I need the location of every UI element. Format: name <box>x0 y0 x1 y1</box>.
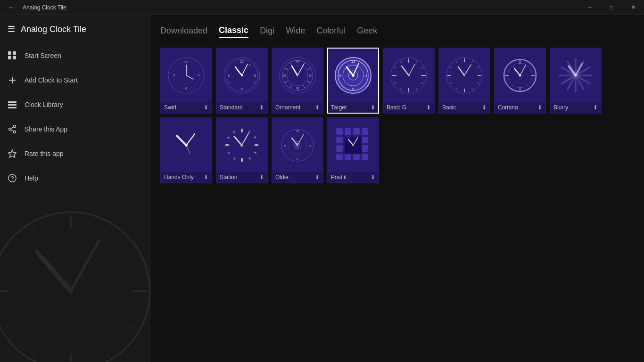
svg-text:III: III <box>309 144 311 147</box>
svg-rect-149 <box>255 144 258 146</box>
close-button[interactable]: ✕ <box>622 0 644 15</box>
titlebar-controls: ─ □ ✕ <box>579 0 644 15</box>
clock-tile-ornament[interactable]: XII III VI IX <box>272 48 323 114</box>
svg-point-97 <box>408 74 410 76</box>
svg-text:VI: VI <box>296 158 299 161</box>
svg-line-27 <box>5 325 12 329</box>
clock-label-row: Hands Only ⬇ <box>161 172 211 182</box>
clock-tile-hands-only[interactable]: Hands Only ⬇ <box>160 117 212 183</box>
svg-text:12: 12 <box>240 60 244 63</box>
titlebar-left: ← Analog Clock Tile <box>0 0 66 15</box>
download-icon[interactable]: ⬇ <box>593 104 598 111</box>
clock-label: Basic G <box>387 104 406 111</box>
sidebar-item-rate[interactable]: Rate this app <box>0 141 151 166</box>
clock-label: Oldie <box>275 174 289 181</box>
clock-label-row: Cortana ⬇ <box>495 102 545 113</box>
clock-face-oldie: XII III VI IX <box>272 118 322 172</box>
svg-line-29 <box>33 225 37 233</box>
download-icon[interactable]: ⬇ <box>204 174 208 181</box>
svg-rect-175 <box>353 128 360 135</box>
tab-downloaded[interactable]: Downloaded <box>160 24 207 38</box>
svg-rect-181 <box>336 154 343 160</box>
clock-tile-station[interactable]: Station ⬇ <box>216 117 268 183</box>
clock-tile-oldie[interactable]: XII III VI IX Oldie ⬇ <box>272 117 323 183</box>
clock-label: Standard <box>220 104 243 111</box>
sidebar-item-share[interactable]: Share this App <box>0 117 151 141</box>
sidebar-item-start-screen[interactable]: Start Screen <box>0 43 151 68</box>
svg-point-52 <box>241 74 243 76</box>
sidebar-item-label: Help <box>25 174 38 182</box>
clock-label-row: Basic ⬇ <box>439 102 489 113</box>
clock-label-row: Target ⬇ <box>328 102 378 113</box>
clock-tile-blurry[interactable]: Blurry ⬇ <box>550 48 602 114</box>
clock-face-hands-only <box>161 118 211 172</box>
back-button[interactable]: ← <box>4 0 19 15</box>
svg-rect-183 <box>353 154 360 160</box>
app-body: ☰ Analog Clock Tile Start Screen <box>0 15 644 362</box>
clock-face-basic <box>439 49 489 102</box>
download-icon[interactable]: ⬇ <box>315 104 320 111</box>
clock-tile-basic-g[interactable]: Basic G ⬇ <box>383 48 435 114</box>
download-icon[interactable]: ⬇ <box>371 104 375 111</box>
tab-wide[interactable]: Wide <box>286 24 305 38</box>
tab-digi[interactable]: Digi <box>260 24 274 38</box>
sidebar-watermark <box>0 206 151 362</box>
share-icon <box>8 124 17 134</box>
star-icon <box>8 149 17 158</box>
sidebar-item-label: Share this App <box>25 125 67 133</box>
svg-text:6: 6 <box>185 87 187 90</box>
download-icon[interactable]: ⬇ <box>371 174 375 181</box>
minimize-button[interactable]: ─ <box>579 0 601 15</box>
svg-rect-179 <box>336 145 343 152</box>
clock-tile-post-it[interactable]: Post it ⬇ <box>327 117 379 183</box>
tab-colorful[interactable]: Colorful <box>316 24 346 38</box>
hamburger-icon[interactable]: ☰ <box>8 24 15 34</box>
clock-label: Cortana <box>498 104 518 111</box>
svg-point-70 <box>297 74 298 76</box>
clock-tile-swirl[interactable]: 12 3 6 9 Swirl ⬇ <box>160 48 212 114</box>
svg-text:9: 9 <box>339 74 341 77</box>
tab-classic[interactable]: Classic <box>219 24 248 38</box>
svg-point-9 <box>14 125 16 128</box>
clock-tile-cortana[interactable]: Cortana ⬇ <box>494 48 546 114</box>
svg-rect-147 <box>241 158 243 162</box>
clock-tile-target[interactable]: 12 3 6 9 Target ⬇ <box>327 48 379 114</box>
sidebar-item-label: Rate this app <box>25 150 64 157</box>
svg-point-17 <box>0 212 150 362</box>
clock-face-ornament: XII III VI IX <box>272 49 322 102</box>
maximize-button[interactable]: □ <box>601 0 622 15</box>
svg-text:IX: IX <box>284 144 287 147</box>
svg-line-12 <box>11 127 14 129</box>
svg-text:12: 12 <box>184 60 188 64</box>
sidebar: ☰ Analog Clock Tile Start Screen <box>0 15 151 362</box>
svg-text:3: 3 <box>365 74 367 77</box>
clock-label-row: Oldie ⬇ <box>272 172 322 182</box>
clock-face-swirl: 12 3 6 9 <box>161 49 211 102</box>
download-icon[interactable]: ⬇ <box>259 174 264 181</box>
bars-icon <box>8 100 17 109</box>
download-icon[interactable]: ⬇ <box>482 104 487 111</box>
download-icon[interactable]: ⬇ <box>426 104 431 111</box>
download-icon[interactable]: ⬇ <box>315 174 320 181</box>
svg-rect-173 <box>336 128 343 135</box>
svg-rect-178 <box>362 137 368 143</box>
svg-text:3: 3 <box>254 74 256 77</box>
clock-label: Swirl <box>164 104 176 111</box>
clock-face-standard: 12 6 3 9 1 5 7 <box>217 49 267 102</box>
sidebar-item-clock-library[interactable]: Clock Library <box>0 92 151 117</box>
download-icon[interactable]: ⬇ <box>537 104 542 111</box>
clock-grid: 12 3 6 9 Swirl ⬇ <box>151 44 644 187</box>
clock-face-cortana <box>495 49 545 102</box>
sidebar-item-label: Start Screen <box>25 52 61 59</box>
tab-geek[interactable]: Geek <box>357 24 377 38</box>
svg-line-25 <box>105 350 109 358</box>
clock-tile-standard[interactable]: 12 6 3 9 1 5 7 Standard <box>216 48 268 114</box>
sidebar-item-help[interactable]: ? Help <box>0 166 151 190</box>
sidebar-item-add-clock[interactable]: Add Clock to Start <box>0 68 151 92</box>
clock-tile-basic[interactable]: Basic ⬇ <box>438 48 490 114</box>
download-icon[interactable]: ⬇ <box>259 104 264 111</box>
download-icon[interactable]: ⬇ <box>204 104 208 111</box>
svg-point-139 <box>575 74 577 76</box>
clock-label: Basic <box>442 104 456 111</box>
svg-rect-174 <box>345 128 351 135</box>
